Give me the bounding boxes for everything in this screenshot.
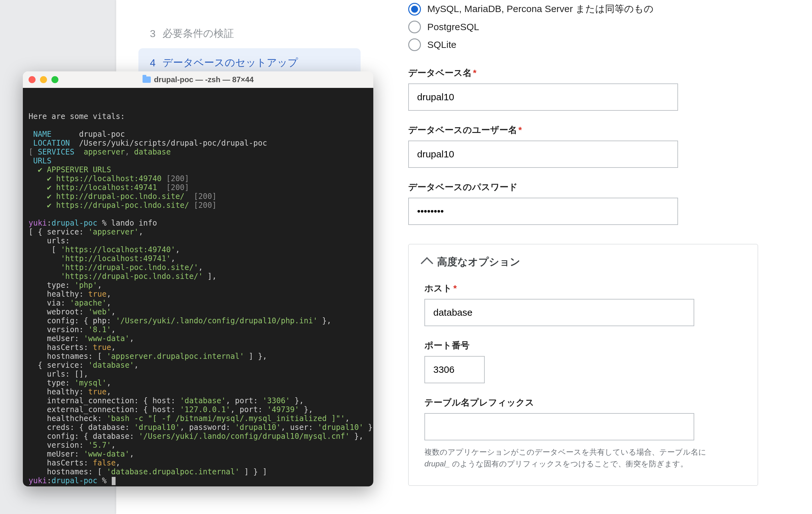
field-db-name: データベース名*	[408, 67, 764, 111]
host-input[interactable]	[425, 299, 694, 326]
field-port: ポート番号	[425, 339, 742, 383]
field-prefix: テーブル名プレフィックス 複数のアプリケーションがこのデータベースを共有している…	[425, 397, 742, 470]
required-mark: *	[517, 125, 522, 135]
db-type-mysql-label: MySQL, MariaDB, Percona Server または同等のもの	[427, 3, 654, 16]
prefix-help-em: drupal_	[425, 459, 450, 468]
db-pass-label: データベースのパスワード	[408, 182, 518, 192]
step-3[interactable]: 3 必要条件の検証	[138, 19, 360, 48]
cursor-block	[112, 477, 116, 485]
step-3-number: 3	[146, 28, 155, 40]
radio-dot-icon	[408, 21, 421, 33]
db-name-input[interactable]	[408, 84, 678, 111]
db-type-mysql[interactable]: MySQL, MariaDB, Percona Server または同等のもの	[408, 0, 764, 18]
db-type-postgres-label: PostgreSQL	[427, 22, 479, 32]
prefix-input[interactable]	[425, 413, 694, 441]
db-type-sqlite[interactable]: SQLite	[408, 36, 764, 54]
folder-icon	[143, 77, 151, 83]
advanced-title: 高度なオプション	[437, 255, 520, 269]
prefix-help-a: 複数のアプリケーションがこのデータベースを共有している場合、テーブル名に	[425, 448, 706, 456]
field-host: ホスト*	[425, 282, 742, 326]
required-mark: *	[452, 283, 457, 293]
step-4-number: 4	[146, 57, 155, 69]
db-user-input[interactable]	[408, 141, 678, 168]
port-input[interactable]	[425, 356, 485, 383]
radio-dot-icon	[408, 38, 421, 51]
step-4-label: データベースのセットアップ	[163, 56, 298, 70]
port-label: ポート番号	[425, 340, 469, 350]
terminal-title: drupal-poc — -zsh — 87×44	[23, 75, 373, 84]
terminal-titlebar[interactable]: drupal-poc — -zsh — 87×44	[23, 71, 373, 88]
zoom-icon[interactable]	[52, 76, 58, 83]
radio-dot-icon	[408, 3, 421, 16]
close-icon[interactable]	[29, 76, 35, 83]
db-name-label: データベース名	[408, 68, 472, 78]
step-3-label: 必要条件の検証	[163, 27, 234, 40]
db-type-postgres[interactable]: PostgreSQL	[408, 18, 764, 36]
host-label: ホスト	[425, 283, 452, 293]
prefix-help-b: のような固有のプリフィックスをつけることで、衝突を防ぎます。	[450, 459, 688, 468]
db-type-sqlite-label: SQLite	[427, 39, 457, 50]
terminal-body[interactable]: Here are some vitals: NAME drupal-poc LO…	[23, 88, 373, 486]
terminal-window: drupal-poc — -zsh — 87×44 Here are some …	[23, 71, 373, 486]
field-db-pass: データベースのパスワード	[408, 181, 764, 225]
required-mark: *	[472, 68, 476, 78]
terminal-title-text: drupal-poc — -zsh — 87×44	[154, 75, 254, 84]
field-db-user: データベースのユーザー名*	[408, 124, 764, 168]
db-user-label: データベースのユーザー名	[408, 125, 517, 135]
chevron-up-icon	[420, 257, 433, 270]
prefix-help: 複数のアプリケーションがこのデータベースを共有している場合、テーブル名に dru…	[425, 446, 707, 470]
prefix-label: テーブル名プレフィックス	[425, 398, 534, 407]
database-form: MySQL, MariaDB, Percona Server または同等のもの …	[408, 0, 764, 486]
db-pass-input[interactable]	[408, 198, 678, 225]
advanced-toggle[interactable]: 高度なオプション	[423, 255, 742, 269]
advanced-options: 高度なオプション ホスト* ポート番号 テーブル名プレフィックス	[408, 244, 758, 486]
window-controls	[29, 76, 58, 83]
minimize-icon[interactable]	[40, 76, 47, 83]
term-line: Here are some vitals: NAME drupal-poc LO…	[29, 112, 373, 485]
